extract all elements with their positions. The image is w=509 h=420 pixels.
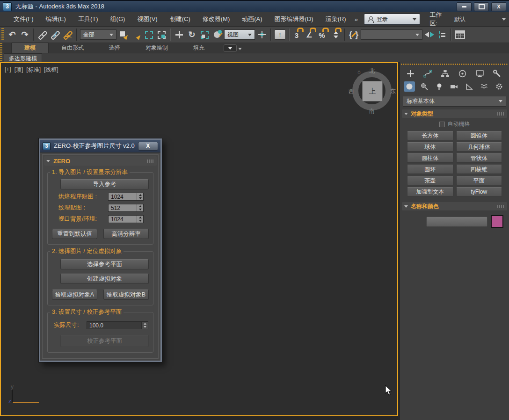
box-button[interactable]: 长方体	[407, 131, 453, 140]
select-and-move-icon[interactable]	[174, 28, 185, 41]
dialog-title-bar[interactable]: 3 ZERO-校正参考图片尺寸 v2.0 X	[40, 140, 160, 152]
import-reference-button[interactable]: 导入参考	[60, 179, 149, 189]
plane-button[interactable]: 平面	[456, 176, 502, 185]
ribbon-tab-object-paint[interactable]: 对象绘制	[133, 43, 181, 53]
reference-coordinate-dropdown[interactable]: 视图	[224, 29, 255, 40]
mirror-icon[interactable]	[424, 28, 435, 41]
modify-tab-icon[interactable]	[422, 68, 433, 79]
viewport-background-spinner[interactable]: 1024	[108, 215, 144, 223]
select-reference-plane-button[interactable]: 选择参考平面	[60, 259, 149, 269]
viewcube[interactable]: ⌂ 上 北 南 西 东	[349, 68, 395, 114]
viewcube-east-label[interactable]: 东	[390, 87, 396, 95]
create-tab-icon[interactable]	[405, 68, 416, 79]
close-button[interactable]: X	[491, 2, 506, 11]
login-dropdown[interactable]: 登录	[364, 14, 420, 25]
cylinder-button[interactable]: 圆柱体	[407, 153, 453, 163]
spinner-arrows[interactable]	[141, 322, 148, 329]
cone-button[interactable]: 圆锥体	[456, 131, 502, 140]
named-selection-dropdown[interactable]	[361, 29, 422, 40]
spinner-arrows[interactable]	[137, 204, 143, 211]
dialog-close-button[interactable]: X	[138, 142, 158, 151]
viewport-general-menu[interactable]: [+]	[5, 66, 11, 74]
create-dummy-object-button[interactable]: 创建虚拟对象	[60, 274, 149, 284]
reset-defaults-button[interactable]: 重置到默认值	[52, 229, 97, 239]
menu-rendering[interactable]: 渲染(R)	[320, 15, 352, 23]
select-by-name-icon[interactable]	[131, 28, 142, 41]
window-crossing-icon[interactable]	[156, 28, 167, 41]
unlink-selection-icon[interactable]	[50, 28, 61, 41]
cameras-category-icon[interactable]	[449, 81, 460, 92]
menu-group[interactable]: 组(G)	[104, 15, 131, 23]
viewport-pov-menu[interactable]: [顶]	[15, 66, 23, 74]
select-and-rotate-icon[interactable]: ↻	[186, 28, 197, 41]
select-and-place-icon[interactable]	[211, 28, 223, 41]
viewcube-home-icon[interactable]: ⌂	[357, 69, 361, 74]
menu-file[interactable]: 文件(F)	[7, 15, 40, 23]
helpers-category-icon[interactable]	[464, 81, 475, 92]
menu-graph-editors[interactable]: 图形编辑器(D)	[269, 15, 320, 23]
hierarchy-tab-icon[interactable]	[439, 68, 451, 79]
menu-create[interactable]: 创建(C)	[164, 15, 196, 23]
rectangular-selection-region-icon[interactable]	[143, 28, 154, 41]
percent-snap-icon[interactable]: %	[318, 28, 329, 41]
ribbon-minimize-button[interactable]	[224, 44, 237, 52]
use-pivot-point-icon[interactable]	[256, 28, 268, 41]
undo-icon[interactable]: ↶	[7, 28, 18, 41]
select-link-icon[interactable]	[37, 28, 48, 41]
workspace-dropdown[interactable]: 默认	[451, 14, 509, 24]
menu-animation[interactable]: 动画(A)	[236, 15, 268, 23]
viewcube-south-label[interactable]: 南	[369, 107, 375, 115]
ribbon-tab-modeling[interactable]: 建模	[11, 42, 49, 53]
menu-tools[interactable]: 工具(T)	[72, 15, 104, 23]
menu-views[interactable]: 视图(V)	[131, 15, 163, 23]
tyflow-button[interactable]: tyFlow	[456, 187, 502, 196]
object-type-rollout-header[interactable]: 对象类型	[402, 109, 507, 118]
bind-to-space-warp-icon[interactable]	[62, 28, 73, 41]
toolbar-dock-handle[interactable]	[1, 28, 4, 41]
ribbon-tab-populate[interactable]: 填充	[181, 43, 217, 53]
hd-resolution-button[interactable]: 高清分辨率	[103, 229, 149, 239]
ribbon-tab-selection[interactable]: 选择	[96, 43, 133, 53]
shapes-category-icon[interactable]	[419, 81, 430, 92]
edit-named-selection-sets-icon[interactable]: {}	[348, 28, 359, 41]
teapot-button[interactable]: 茶壶	[407, 176, 453, 185]
spinner-arrows[interactable]	[137, 216, 143, 223]
ribbon-panel-polygon-modeling[interactable]: 多边形建模	[4, 53, 42, 63]
autogrid-checkbox[interactable]	[439, 122, 445, 127]
viewport-shading-menu[interactable]: [线框]	[44, 66, 58, 74]
select-and-manipulate-icon[interactable]: ↑	[274, 28, 286, 41]
object-name-field[interactable]	[426, 217, 487, 227]
ribbon-dock-handle[interactable]	[0, 43, 2, 62]
scene-explorer-icon[interactable]	[454, 28, 465, 41]
tube-button[interactable]: 管状体	[456, 153, 502, 163]
torus-button[interactable]: 圆环	[407, 165, 453, 174]
spinner-arrows[interactable]	[137, 193, 143, 200]
viewcube-north-label[interactable]: 北	[369, 67, 375, 75]
select-and-scale-icon[interactable]	[199, 28, 210, 41]
maximize-button[interactable]	[474, 2, 489, 11]
lights-category-icon[interactable]	[434, 81, 445, 92]
align-icon[interactable]	[436, 28, 448, 41]
utilities-tab-icon[interactable]	[491, 68, 502, 79]
zero-rollout-header[interactable]: ZERO	[44, 156, 157, 166]
pick-dummy-b-button[interactable]: 拾取虚拟对象B	[103, 290, 149, 300]
display-tab-icon[interactable]	[474, 68, 485, 79]
redo-icon[interactable]: ↷	[19, 28, 30, 41]
viewcube-top-face[interactable]: 上	[362, 81, 383, 101]
menu-overflow-chevron[interactable]: »	[352, 16, 360, 23]
actual-size-spinner[interactable]: 100.0	[87, 321, 148, 329]
systems-category-icon[interactable]	[494, 81, 505, 92]
pyramid-button[interactable]: 四棱锥	[456, 165, 502, 174]
viewport-standard-menu[interactable]: [标准]	[26, 66, 41, 74]
space-warps-category-icon[interactable]	[479, 81, 490, 92]
command-panel-dock-handle[interactable]	[401, 64, 508, 65]
sphere-button[interactable]: 球体	[407, 142, 453, 152]
spinner-snap-icon[interactable]	[330, 28, 342, 41]
geometry-category-icon[interactable]	[404, 81, 415, 92]
bake-map-spinner[interactable]: 1024	[108, 193, 144, 201]
texture-map-spinner[interactable]: 512	[108, 204, 144, 212]
menu-edit[interactable]: 编辑(E)	[40, 15, 72, 23]
primitive-category-dropdown[interactable]: 标准基本体	[403, 96, 506, 107]
viewcube-west-label[interactable]: 西	[349, 87, 354, 95]
menu-modifiers[interactable]: 修改器(M)	[196, 15, 236, 23]
